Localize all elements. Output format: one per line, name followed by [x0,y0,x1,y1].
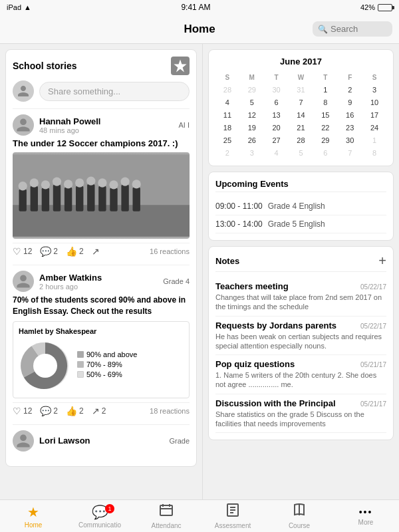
add-note-button[interactable]: + [378,253,386,269]
cal-day[interactable]: 18 [215,122,239,134]
cal-day[interactable]: 2 [338,84,362,96]
post-1-share[interactable]: ↗ [92,246,100,257]
left-panel: School stories Share something... [0,44,203,499]
status-bar-right: 42% [360,3,392,11]
search-bar[interactable]: 🔍 [313,21,392,37]
svg-rect-11 [121,185,128,211]
post-1-avatar [13,114,34,136]
svg-point-21 [109,180,118,189]
cal-day[interactable]: 29 [240,84,264,96]
legend-item-3: 50% - 69% [77,370,184,378]
note-item-4[interactable]: Discussion with the Principal 05/21/17 S… [215,394,386,434]
note-2-date: 05/22/17 [360,323,386,330]
note-4-header: Discussion with the Principal 05/21/17 [215,398,386,408]
cal-day[interactable]: 4 [265,147,289,159]
post-2-comment[interactable]: 💬2 [40,406,58,416]
notes-title: Notes [215,256,239,266]
event-2-name: Grade 5 English [268,219,325,229]
svg-rect-7 [76,186,83,211]
cal-day[interactable]: 26 [240,134,264,146]
cal-day[interactable]: 11 [215,109,239,121]
post-1-reactions: ♡12 💬2 👍2 ↗ 16 reactions [13,243,190,259]
cal-day[interactable]: 27 [265,134,289,146]
legend-item-1: 90% and above [77,350,184,358]
cal-day[interactable]: 29 [313,134,337,146]
note-item-1[interactable]: Teachers meeting 05/22/17 Changes that w… [215,277,386,317]
cal-day[interactable]: 1 [313,84,337,96]
post-1-time: 48 mins ago [39,126,173,134]
tab-attendance[interactable]: Attendanc [133,500,200,532]
event-2-time: 13:00 - 14:00 [215,219,263,229]
tab-communication[interactable]: 💬 Communicatio 1 [66,500,133,532]
tab-course[interactable]: Course [266,500,332,532]
cal-header-thu: T [313,72,337,83]
cal-day[interactable]: 31 [289,84,313,96]
cal-day[interactable]: 28 [215,84,239,96]
cal-day[interactable]: 14 [289,109,313,121]
post-lori-username: Lori Lawson [39,436,164,446]
cal-day[interactable]: 5 [289,147,313,159]
tab-more[interactable]: ••• More [332,500,399,532]
note-4-body: Share statistics on the grade 5 Discuss … [215,410,386,429]
cal-day[interactable]: 10 [362,96,386,108]
chart-container: Hamlet by Shakespear [13,321,190,398]
right-panel: June 2017 S M T W T F S 28 29 30 31 1 2 … [203,44,399,499]
post-2-like[interactable]: ♡12 [13,406,32,416]
note-2-title: Requests by Jordans parents [215,321,336,331]
cal-day[interactable]: 7 [289,96,313,108]
post-1-thumbs[interactable]: 👍2 [66,246,84,257]
event-item-2[interactable]: 13:00 - 14:00 Grade 5 English [215,215,386,233]
svg-rect-2 [19,190,27,211]
cal-header-sun: S [215,72,239,83]
user-avatar [13,80,34,102]
cal-day[interactable]: 12 [240,109,264,121]
cal-day[interactable]: 20 [265,122,289,134]
search-input[interactable] [331,24,387,34]
event-item-1[interactable]: 09:00 - 11:00 Grade 4 English [215,198,386,215]
post-2-badge: Grade 4 [163,277,190,285]
note-4-date: 05/21/17 [360,400,386,408]
cal-day[interactable]: 6 [313,147,337,159]
svg-point-19 [86,177,95,186]
cal-day[interactable]: 7 [338,147,362,159]
post-2-thumbs[interactable]: 👍2 [66,406,84,416]
note-1-body: Changes that will take place from 2nd se… [215,293,386,312]
cal-day-today[interactable]: 28 [289,134,313,146]
cal-day[interactable]: 30 [265,84,289,96]
post-1-comment[interactable]: 💬2 [40,246,58,257]
cal-day[interactable]: 8 [362,147,386,159]
cal-day[interactable]: 17 [362,109,386,121]
cal-day[interactable]: 30 [338,134,362,146]
cal-day[interactable]: 5 [240,96,264,108]
cal-day[interactable]: 6 [265,96,289,108]
cal-day[interactable]: 3 [240,147,264,159]
cal-day[interactable]: 25 [215,134,239,146]
cal-day[interactable]: 3 [362,84,386,96]
cal-day[interactable]: 4 [215,96,239,108]
tab-assessment[interactable]: Assessment [200,500,266,532]
cal-day[interactable]: 1 [362,134,386,146]
tab-home[interactable]: ★ Home [0,500,66,532]
cal-day[interactable]: 24 [362,122,386,134]
wifi-icon: ▲ [24,3,31,11]
cal-day[interactable]: 8 [313,96,337,108]
cal-day[interactable]: 19 [240,122,264,134]
cal-day[interactable]: 13 [265,109,289,121]
cal-day[interactable]: 22 [313,122,337,134]
note-4-title: Discussion with the Principal [215,398,336,408]
svg-point-15 [41,180,50,189]
post-1-header: Hannah Powell 48 mins ago AI I [13,114,190,136]
cal-day[interactable]: 2 [215,147,239,159]
cal-day[interactable]: 16 [338,109,362,121]
cal-day[interactable]: 9 [338,96,362,108]
note-item-2[interactable]: Requests by Jordans parents 05/22/17 He … [215,317,386,356]
svg-rect-9 [98,186,106,211]
share-input[interactable]: Share something... [39,82,190,101]
cal-day[interactable]: 21 [289,122,313,134]
post-1-like[interactable]: ♡12 [13,246,32,257]
cal-day[interactable]: 15 [313,109,337,121]
chart-title: Hamlet by Shakespear [19,327,184,335]
post-2-extra[interactable]: ↗2 [92,406,106,416]
cal-day[interactable]: 23 [338,122,362,134]
note-item-3[interactable]: Pop quiz questions 05/21/17 1. Name 5 wr… [215,355,386,394]
